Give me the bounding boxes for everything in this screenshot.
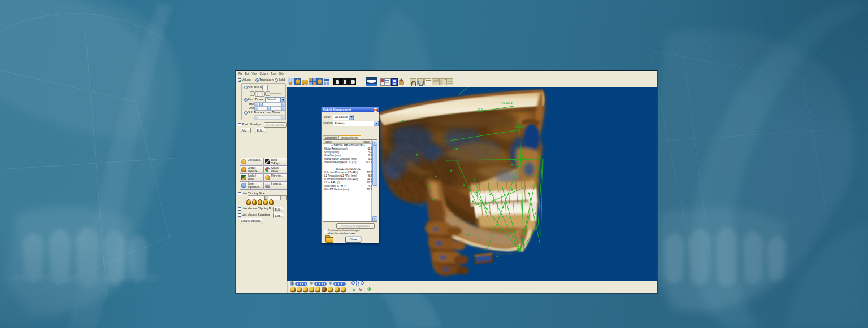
svg-text:4.6 110.3: 4.6 110.3 — [501, 101, 513, 104]
svg-text:19.2: 19.2 — [477, 108, 483, 111]
